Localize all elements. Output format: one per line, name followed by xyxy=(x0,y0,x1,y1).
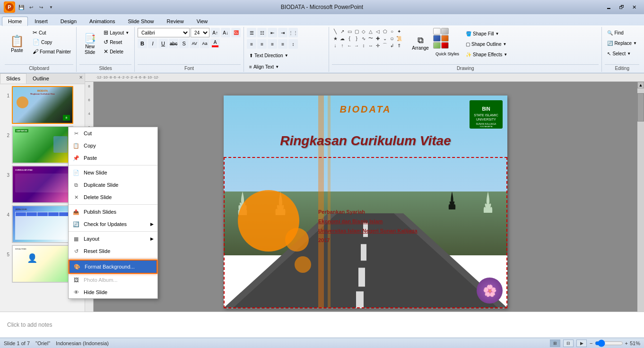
shape-cloud[interactable]: ☁ xyxy=(339,35,346,42)
font-color-btn[interactable]: A xyxy=(210,39,220,48)
shape-right-arrow[interactable]: → xyxy=(353,42,360,49)
layout-button[interactable]: ⊞ Layout ▼ xyxy=(101,28,131,37)
tab-home[interactable]: Home xyxy=(2,17,28,26)
replace-btn[interactable]: 🔄 Replace ▼ xyxy=(605,38,639,48)
save-button[interactable]: 💾 xyxy=(17,3,26,11)
tab-design[interactable]: Design xyxy=(54,17,83,26)
shape-rounded-rect[interactable]: ▢ xyxy=(353,28,360,35)
shape-diamond[interactable]: ◇ xyxy=(360,28,367,35)
indent-decrease-btn[interactable]: ⇤ xyxy=(268,28,277,37)
tab-insert[interactable]: Insert xyxy=(28,17,54,26)
shape-brace[interactable]: } xyxy=(353,35,360,42)
font-family-select[interactable]: Calibri xyxy=(138,28,190,37)
qs-item-1[interactable] xyxy=(433,28,441,35)
align-right-btn[interactable]: ≡ xyxy=(268,39,277,49)
slide-preview-4[interactable]: JADWAL KULIAH xyxy=(12,205,73,243)
shape-outline-btn[interactable]: ▢ Shape Outline ▼ xyxy=(463,39,510,49)
numbering-btn[interactable]: ☷ xyxy=(257,28,267,37)
ctx-format-bg[interactable]: 🎨 Format Background... xyxy=(69,260,157,274)
delete-slide-button[interactable]: ✕ Delete xyxy=(101,47,131,56)
qs-item-6[interactable] xyxy=(441,42,449,49)
scroll-thumb[interactable] xyxy=(637,93,644,122)
tab-slideshow[interactable]: Slide Show xyxy=(122,17,160,26)
shape-star5[interactable]: ★ xyxy=(332,35,339,42)
font-size-select[interactable]: 24 xyxy=(191,28,209,37)
shape-curly[interactable]: ∿ xyxy=(360,35,367,42)
decrease-font-btn[interactable]: A↓ xyxy=(221,28,230,37)
slide-preview-5[interactable]: 👤 KERJA & PERAN xyxy=(12,245,73,283)
panel-close-btn[interactable]: ✕ xyxy=(77,73,85,81)
text-direction-btn[interactable]: ⬆ Text Direction ▼ xyxy=(247,51,291,60)
slide-main[interactable]: BIODATA Ringkasan Curikulum Vitae Perban… xyxy=(224,96,507,308)
clear-format-btn[interactable]: 🆑 xyxy=(231,28,241,37)
shape-wave[interactable]: 〜 xyxy=(367,35,374,42)
shape-bent[interactable]: ↲ xyxy=(389,42,395,49)
copy-button[interactable]: 📄 Copy xyxy=(30,37,73,47)
shape-star4[interactable]: ✦ xyxy=(396,28,402,35)
shape-cross[interactable]: ✚ xyxy=(374,35,381,42)
shape-chevron[interactable]: ⌄ xyxy=(382,35,388,42)
qs-item-2[interactable] xyxy=(441,28,449,35)
ctx-publish[interactable]: 📤 Publish Slides xyxy=(69,206,157,218)
strikethrough-btn[interactable]: abc xyxy=(169,39,178,48)
shape-bracket[interactable]: { xyxy=(346,35,353,42)
slide-preview-1[interactable]: BIODATA Ringkasan Curikulum Vitae B xyxy=(12,86,73,124)
bullets-btn[interactable]: ☰ xyxy=(247,28,256,37)
underline-btn[interactable]: U xyxy=(158,39,168,48)
qs-item-4[interactable] xyxy=(441,35,449,42)
shape-smiley[interactable]: ☺ xyxy=(389,35,395,42)
shadow-btn[interactable]: S xyxy=(179,39,189,48)
columns-btn[interactable]: ⋮⋮ xyxy=(288,28,298,37)
normal-view-btn[interactable]: ⊞ xyxy=(550,339,560,347)
shape-uarrow[interactable]: ⇑ xyxy=(396,42,402,49)
char-spacing-btn[interactable]: AV xyxy=(190,39,199,48)
outline-tab[interactable]: Outline xyxy=(26,73,55,84)
cut-button[interactable]: ✂ Cut xyxy=(30,28,73,37)
bold-btn[interactable]: B xyxy=(138,39,147,48)
ctx-delete[interactable]: ✕ Delete Slide xyxy=(69,191,157,203)
shape-4way[interactable]: ✛ xyxy=(374,42,381,49)
slide-thumb-1[interactable]: 1 BIODATA Ringkasan Curikulum Vitae B xyxy=(2,86,83,124)
ctx-duplicate[interactable]: ⧉ Duplicate Slide xyxy=(69,179,157,191)
ctx-reset[interactable]: ↺ Reset Slide xyxy=(69,245,157,257)
ctx-hide-slide[interactable]: 👁 Hide Slide xyxy=(69,286,157,298)
restore-button[interactable]: 🗗 xyxy=(615,3,627,11)
shape-effects-btn[interactable]: ✨ Shape Effects ▼ xyxy=(463,50,510,59)
align-center-btn[interactable]: ≡ xyxy=(257,39,267,49)
quick-access-dropdown[interactable]: ▼ xyxy=(47,3,55,11)
qs-item-5[interactable] xyxy=(433,42,441,49)
find-btn[interactable]: 🔍 Find xyxy=(605,28,626,37)
slide-preview-2[interactable]: DAFTAR ISI xyxy=(12,126,73,164)
zoom-out-btn[interactable]: − xyxy=(590,340,592,346)
justify-btn[interactable]: ≡ xyxy=(278,39,287,49)
ctx-check-updates[interactable]: 🔄 Check for Updates ▶ xyxy=(69,218,157,230)
shape-triangle[interactable]: △ xyxy=(367,28,374,35)
tab-animations[interactable]: Animations xyxy=(83,17,121,26)
shape-line[interactable]: ╲ xyxy=(332,28,339,35)
indent-increase-btn[interactable]: ⇥ xyxy=(278,28,287,37)
shape-left-right[interactable]: ↔ xyxy=(367,42,374,49)
increase-font-btn[interactable]: A↑ xyxy=(210,28,220,37)
minimize-button[interactable]: 🗕 xyxy=(602,3,615,11)
notes-placeholder[interactable]: Click to add notes xyxy=(7,322,52,328)
shape-down-arrow[interactable]: ↓ xyxy=(332,42,339,49)
zoom-slider[interactable] xyxy=(595,341,623,346)
slideshow-btn[interactable]: ▶ xyxy=(576,339,587,347)
new-slide-button[interactable]: 📑 NewSlide xyxy=(79,28,100,61)
arrange-button[interactable]: ⧉ Arrange xyxy=(409,28,431,59)
quick-styles-button[interactable]: Quick Styles xyxy=(433,49,461,59)
paste-button[interactable]: 📋 Paste xyxy=(5,28,29,61)
shape-arrow[interactable]: ↗ xyxy=(339,28,346,35)
shape-curved[interactable]: ⌒ xyxy=(382,42,388,49)
reset-slide-button[interactable]: ↺ Reset xyxy=(101,37,131,47)
redo-button[interactable]: ↪ xyxy=(37,3,45,11)
qs-item-3[interactable] xyxy=(433,35,441,42)
shape-fill-btn[interactable]: 🪣 Shape Fill ▼ xyxy=(463,29,510,38)
shape-pentagon[interactable]: ⬠ xyxy=(382,28,388,35)
select-btn[interactable]: ↖ Select ▼ xyxy=(605,49,633,58)
slide-main-heading[interactable]: Ringkasan Curikulum Vitae xyxy=(238,133,493,148)
italic-btn[interactable]: I xyxy=(148,39,157,48)
shape-left-arrow[interactable]: ← xyxy=(346,42,353,49)
format-painter-button[interactable]: 🖌 Format Painter xyxy=(30,47,73,56)
line-spacing-btn[interactable]: ↕ xyxy=(288,39,298,49)
